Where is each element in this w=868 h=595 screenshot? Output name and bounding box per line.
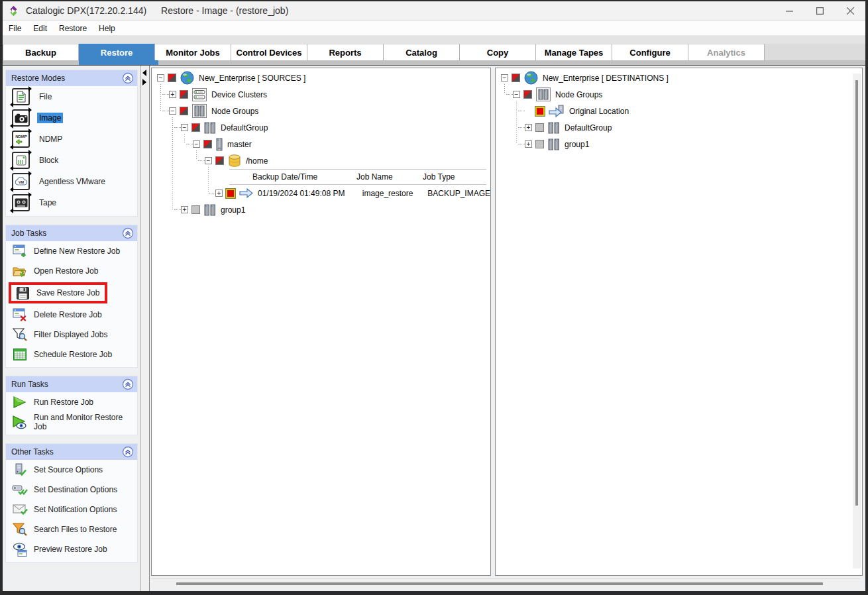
column-header-backup-datetime[interactable]: Backup Date/Time [229,172,356,182]
unchecked-checkbox[interactable] [535,140,544,148]
menu-file[interactable]: File [3,24,27,33]
tab-configure[interactable]: Configure [612,44,688,60]
collapse-section-icon[interactable] [122,72,134,84]
selected-checkbox[interactable] [535,107,545,116]
vertical-scrollbar[interactable] [853,74,861,568]
tree-node-node-groups[interactable]: Node Groups [162,103,490,119]
tristate-checkbox[interactable] [168,74,176,82]
mode-item-file[interactable]: File [6,86,137,107]
expander-icon[interactable] [169,91,176,98]
expander-icon[interactable] [215,189,223,197]
close-button[interactable] [835,1,865,20]
tristate-checkbox[interactable] [523,90,532,99]
collapse-section-icon[interactable] [122,446,134,458]
tree-node-new-enterprise-sources[interactable]: New_Enterprise [ SOURCES ] [157,70,490,86]
tab-reports[interactable]: Reports [307,44,384,60]
tristate-checkbox[interactable] [191,123,200,132]
tree-node-master[interactable]: master [186,136,490,152]
minimize-button[interactable] [774,1,804,20]
task-run-restore-job[interactable]: Run Restore Job [6,392,137,412]
tab-catalog[interactable]: Catalog [384,44,460,60]
task-save-restore-job[interactable]: Save Restore Job [6,281,137,305]
tree-node-group1-dest[interactable]: group1 [518,136,862,152]
expander-icon[interactable] [525,140,532,148]
tree-node-defaultgroup-dest[interactable]: DefaultGroup [518,119,862,136]
section-header-other-tasks[interactable]: Other Tasks [6,444,137,460]
main-content: Restore Modes File [3,65,865,591]
collapse-section-icon[interactable] [122,378,134,390]
task-define-new-restore-job[interactable]: Define New Restore Job [6,241,137,261]
task-filter-displayed-jobs[interactable]: Filter Displayed Jobs [6,325,137,345]
section-title: Run Tasks [11,380,122,389]
backup-table-header: Backup Date/Time Job Name Job Type [229,169,486,185]
maximize-button[interactable] [804,1,835,20]
section-header-restore-modes[interactable]: Restore Modes [6,70,137,86]
mode-item-block[interactable]: Block [6,150,137,171]
sidebar-splitter[interactable] [140,66,150,591]
horizontal-scrollbar-thumb[interactable] [176,582,823,585]
section-header-job-tasks[interactable]: Job Tasks [6,225,137,241]
collapse-section-icon[interactable] [122,227,134,239]
tree-node-original-location[interactable]: Original Location [518,103,862,119]
node-groups-icon [536,87,551,101]
horizontal-scrollbar[interactable] [151,578,860,588]
task-set-notification-options[interactable]: Set Notification Options [6,500,137,519]
tree-node-group1[interactable]: group1 [174,201,490,218]
tristate-checkbox[interactable] [512,74,520,82]
section-header-run-tasks[interactable]: Run Tasks [6,376,137,392]
task-run-and-monitor-restore-job[interactable]: Run and Monitor Restore Job [6,412,137,432]
task-set-destination-options[interactable]: Set Destination Options [6,480,137,500]
expander-icon[interactable] [513,91,520,98]
tab-restore[interactable]: Restore [79,44,155,60]
task-search-files-to-restore[interactable]: Search Files to Restore [6,519,137,539]
unchecked-checkbox[interactable] [191,205,200,214]
selected-checkbox[interactable] [226,189,235,198]
tab-control-devices[interactable]: Control Devices [231,44,307,60]
column-header-job-type[interactable]: Job Type [423,172,486,182]
tab-monitor-jobs[interactable]: Monitor Jobs [155,44,231,60]
tree-node-device-clusters[interactable]: Device Clusters [162,86,490,103]
tab-manage-tapes[interactable]: Manage Tapes [536,44,612,60]
application-window: Catalogic DPX(172.20.2.144) Restore - Im… [0,0,868,595]
collapse-right-icon[interactable] [142,79,146,85]
tree-node-new-enterprise-destinations[interactable]: New_Enterprise [ DESTINATIONS ] [501,70,862,86]
vertical-scrollbar-thumb[interactable] [855,80,858,506]
mode-item-ndmp[interactable]: NDMP NDMP [6,129,137,150]
task-set-source-options[interactable]: Set Source Options [6,460,137,480]
menu-help[interactable]: Help [93,24,121,33]
tree-node-defaultgroup[interactable]: DefaultGroup [174,119,490,136]
task-open-restore-job[interactable]: Open Restore Job [6,261,137,281]
tristate-checkbox[interactable] [180,107,188,115]
ndmp-icon: NDMP [12,131,30,148]
expander-icon[interactable] [181,124,188,131]
menu-edit[interactable]: Edit [27,24,53,33]
column-header-job-name[interactable]: Job Name [356,172,423,182]
tree-node-node-groups-dest[interactable]: Node Groups [506,86,862,103]
mode-item-tape[interactable]: Tape [6,192,137,213]
task-preview-restore-job[interactable]: Preview Restore Job [6,539,137,559]
tab-copy[interactable]: Copy [460,44,536,60]
tree-connector [518,127,525,128]
splitter-collapse-arrows[interactable] [142,70,146,85]
backup-instance-row[interactable]: 01/19/2024 01:49:08 PM image_restore BAC… [209,185,490,201]
mode-item-image[interactable]: Image [6,107,137,129]
expander-icon[interactable] [157,74,164,81]
expander-icon[interactable] [169,107,176,115]
tab-backup[interactable]: Backup [3,44,79,60]
expander-icon[interactable] [205,157,212,164]
menu-restore[interactable]: Restore [53,24,93,33]
task-schedule-restore-job[interactable]: Schedule Restore Job [6,345,137,364]
expander-icon[interactable] [501,74,508,81]
unchecked-checkbox[interactable] [535,123,544,132]
collapse-left-icon[interactable] [142,70,146,76]
expander-icon[interactable] [193,140,200,148]
tristate-checkbox[interactable] [180,90,188,99]
expander-icon[interactable] [525,124,532,131]
tristate-checkbox[interactable] [203,140,212,148]
tree-node-home-volume[interactable]: /home [198,152,490,169]
task-delete-restore-job[interactable]: Delete Restore Job [6,305,137,325]
expander-icon[interactable] [181,206,188,213]
mode-item-agentless-vmware[interactable]: VM Agentless VMware [6,171,137,192]
job-name-value: image_restore [362,189,428,198]
tristate-checkbox[interactable] [215,156,224,165]
